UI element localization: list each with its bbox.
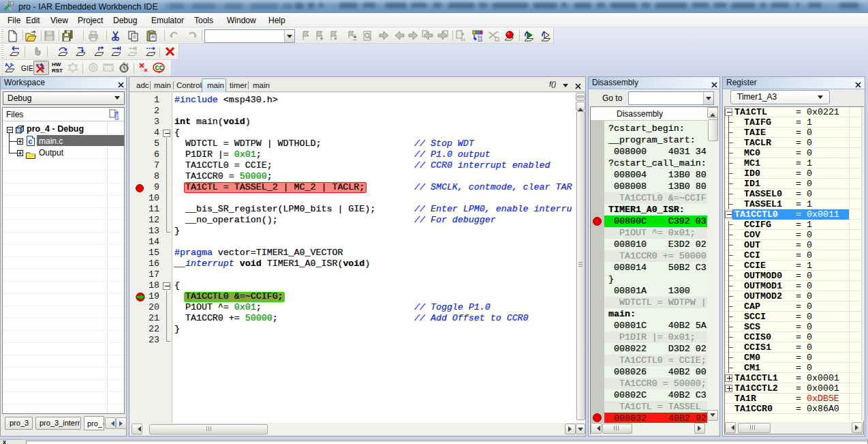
svg-text:c: c	[29, 138, 33, 146]
svg-text:01: 01	[461, 38, 466, 42]
svg-text:10: 10	[114, 117, 119, 121]
svg-text:10: 10	[478, 38, 483, 42]
